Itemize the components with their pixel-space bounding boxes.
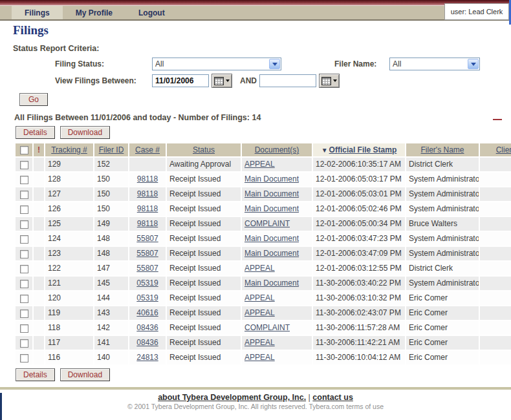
document-link[interactable]: APPEAL [245, 160, 275, 169]
case-number-link[interactable]: 55807 [136, 264, 158, 273]
date-to-input[interactable] [259, 74, 316, 87]
chevron-down-icon [333, 79, 337, 82]
contact-us-link[interactable]: contact us [312, 393, 353, 402]
date-from-input[interactable] [152, 74, 209, 87]
about-link[interactable]: about Tybera Development Group, Inc. [158, 393, 306, 402]
document-link[interactable]: Main Document [245, 174, 299, 184]
date-from-calendar-button[interactable] [212, 74, 232, 88]
table-row: 126 150 98118 Receipt Issued Main Docume… [16, 202, 511, 216]
document-link[interactable]: APPEAL [245, 353, 275, 362]
row-checkbox-cell [16, 202, 32, 216]
filer-id-cell: 145 [94, 277, 128, 290]
details-button[interactable]: Details [16, 126, 55, 139]
case-sort-link[interactable]: Case # [135, 145, 160, 154]
row-checkbox[interactable] [20, 339, 28, 348]
date-to-calendar-button[interactable] [319, 74, 340, 88]
case-number-link[interactable]: 98118 [137, 174, 158, 184]
filer-name-cell: Eric Comer [406, 291, 479, 305]
case-number-link[interactable]: 98118 [137, 189, 158, 198]
download-button[interactable]: Download [60, 126, 110, 139]
select-all-checkbox[interactable] [20, 146, 28, 154]
filer-name-cell: Bruce Walters [406, 217, 479, 231]
document-link[interactable]: COMPLAINT [245, 219, 290, 228]
details-button[interactable]: Details [16, 368, 55, 381]
row-checkbox[interactable] [20, 295, 28, 303]
filer-name-label: Filer Name: [334, 59, 389, 68]
document-link[interactable]: Main Document [245, 234, 299, 243]
document-link[interactable]: Main Document [245, 204, 299, 213]
row-checkbox[interactable] [20, 205, 28, 214]
case-number-cell: 05319 [129, 277, 166, 290]
file-stamp-cell: 12-01-2006:05:00:34 PM [313, 217, 405, 231]
go-button[interactable]: Go [19, 93, 48, 106]
red-dash-artifact [493, 119, 502, 120]
client-sort-link[interactable]: Client # [496, 145, 511, 154]
filer-name-cell: District Clerk [406, 262, 479, 275]
file-stamp-cell: 11-30-2006:02:43:07 PM [313, 306, 405, 320]
row-checkbox[interactable] [20, 324, 28, 333]
document-link[interactable]: Main Document [245, 249, 299, 258]
row-checkbox[interactable] [20, 161, 28, 169]
nav-item-logout[interactable]: Logout [125, 6, 178, 19]
row-checkbox[interactable] [20, 265, 28, 273]
case-number-link[interactable]: 24813 [136, 353, 158, 362]
client-number-cell [480, 291, 511, 305]
filer-id-cell: 142 [94, 321, 128, 335]
documents-sort-link[interactable]: Document(s) [255, 145, 299, 154]
status-cell: Receipt Issued [167, 187, 241, 201]
nav-item-my-profile[interactable]: My Profile [63, 6, 125, 19]
status-cell: Receipt Issued [167, 351, 241, 364]
document-cell: Main Document [242, 232, 312, 246]
row-checkbox[interactable] [20, 310, 28, 318]
document-link[interactable]: APPEAL [245, 308, 275, 317]
row-checkbox[interactable] [20, 191, 28, 199]
case-number-link[interactable]: 08436 [136, 323, 158, 332]
case-number-link[interactable]: 05319 [136, 293, 158, 302]
filings-table-container: ! Tracking # Filer ID Case # Status Docu… [14, 142, 511, 366]
tracking-number-cell: 129 [45, 158, 93, 171]
tracking-sort-link[interactable]: Tracking # [51, 145, 87, 154]
case-number-link[interactable]: 08436 [136, 338, 158, 347]
copyright-text: © 2001 Tybera Development Group, Inc. Al… [0, 403, 511, 410]
document-link[interactable]: Main Document [245, 278, 299, 288]
row-checkbox[interactable] [20, 220, 28, 229]
row-checkbox[interactable] [20, 235, 28, 244]
status-sort-link[interactable]: Status [193, 145, 215, 154]
client-number-cell [480, 262, 511, 275]
case-number-link[interactable]: 40616 [136, 308, 158, 317]
status-cell: Receipt Issued [167, 321, 241, 335]
filer-name-select[interactable]: All [389, 58, 480, 70]
tracking-number-cell: 117 [45, 336, 93, 350]
filer-id-cell: 147 [94, 262, 128, 275]
table-row: 118 142 08436 Receipt Issued COMPLAINT 1… [16, 321, 511, 335]
table-row: 128 150 98118 Receipt Issued Main Docume… [16, 173, 511, 186]
case-number-link[interactable]: 55807 [136, 249, 158, 258]
document-link[interactable]: APPEAL [245, 264, 275, 273]
top-red-bar [0, 0, 511, 6]
row-checkbox[interactable] [20, 250, 28, 258]
document-link[interactable]: APPEAL [245, 293, 275, 302]
filer-name-sort-link[interactable]: Filer's Name [421, 145, 464, 154]
case-number-cell [129, 158, 166, 171]
case-number-link[interactable]: 05319 [136, 278, 158, 288]
filer-name-cell: System Administrator [406, 173, 479, 186]
download-button[interactable]: Download [60, 368, 110, 381]
file-stamp-column-header: ▼Official File Stamp [313, 143, 405, 156]
document-link[interactable]: COMPLAINT [245, 323, 290, 332]
case-number-link[interactable]: 55807 [136, 234, 158, 243]
file-stamp-cell: 11-30-2006:11:42:21 AM [313, 336, 405, 350]
row-checkbox[interactable] [20, 280, 28, 288]
filer-name-selected-value: All [393, 59, 401, 68]
case-number-cell: 55807 [129, 232, 166, 246]
case-number-link[interactable]: 98118 [137, 204, 158, 213]
filing-status-select[interactable]: All [152, 58, 281, 70]
nav-item-filings[interactable]: Filings [12, 6, 63, 19]
row-checkbox[interactable] [20, 176, 28, 184]
tracking-number-cell: 122 [45, 262, 93, 275]
row-checkbox[interactable] [20, 354, 28, 362]
filer-id-sort-link[interactable]: Filer ID [99, 145, 124, 154]
document-link[interactable]: Main Document [245, 189, 299, 198]
case-number-link[interactable]: 98118 [137, 219, 158, 228]
document-link[interactable]: APPEAL [245, 338, 275, 347]
file-stamp-sort-link[interactable]: Official File Stamp [329, 145, 397, 154]
